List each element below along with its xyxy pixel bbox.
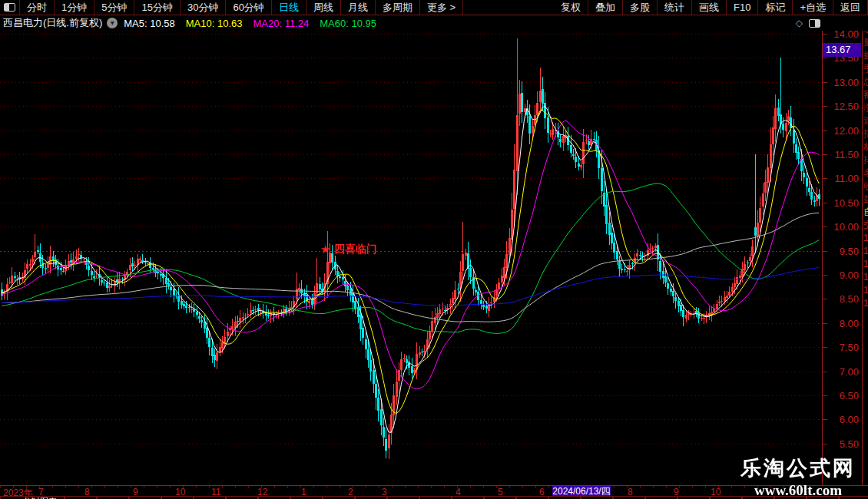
period-toolbar: 分时1分钟5分钟15分钟30分钟60分钟日线周线月线多周期更多 > 复权叠加多股… (0, 0, 868, 15)
bottom-cell (194, 496, 226, 499)
right-sidebar-strip[interactable]: 现量换手总额涨速指标排名收益自交111111 (863, 23, 868, 484)
bottom-cell (613, 496, 645, 499)
diamond-icon[interactable]: ◇ (796, 18, 803, 28)
period-tab-5[interactable]: 30分钟 (181, 0, 226, 15)
sidebar-partial-char: 量 (863, 36, 868, 49)
annotation-label: 四喜临门 (334, 243, 377, 255)
bottom-cell (226, 496, 258, 499)
price-axis-tick (823, 131, 827, 131)
ma-legend-item-2: MA10: 10.63 (186, 18, 243, 29)
sidebar-partial-char: 1 (863, 232, 868, 245)
bottom-partial-label: 分时图表 (23, 496, 57, 499)
watermark-url: www.60lt.com (740, 482, 856, 499)
tool-buttons: 复权叠加多股统计画线F10标记+自选返回 (554, 0, 868, 15)
chevron-down-icon[interactable]: ▾ (107, 18, 118, 28)
sidebar-partial-char: 排 (863, 154, 868, 167)
ma-legend-item-3: MA20: 11.24 (253, 18, 310, 29)
tool-button-6[interactable]: F10 (727, 0, 758, 15)
price-axis: 14.0013.5013.0012.5012.0011.5011.0010.50… (822, 21, 863, 496)
selected-date-tag: 2024/06/13/四 (552, 486, 611, 497)
sidebar-partial-char: 1 (863, 258, 868, 271)
price-axis-tick (823, 154, 827, 155)
bottom-cell (678, 496, 710, 499)
price-axis-label: 5.50 (823, 438, 859, 450)
price-axis-tick (823, 395, 827, 396)
price-axis-label: 6.00 (823, 414, 859, 425)
price-axis-label: 9.50 (823, 246, 859, 257)
period-tab-4[interactable]: 15分钟 (134, 0, 180, 15)
period-tab-1[interactable]: 分时 (20, 0, 55, 15)
price-axis-label: 7.00 (823, 366, 859, 378)
period-tab-2[interactable]: 1分钟 (55, 0, 94, 15)
tool-button-4[interactable]: 统计 (658, 0, 692, 15)
period-tab-3[interactable]: 5分钟 (94, 0, 134, 15)
price-axis-label: 12.00 (823, 125, 859, 137)
bottom-cell (258, 496, 290, 499)
tool-button-2[interactable]: 叠加 (588, 0, 623, 15)
panel-toggle-icon[interactable] (809, 19, 820, 28)
period-tab-7[interactable]: 日线 (272, 0, 306, 15)
bottom-cell (65, 496, 97, 499)
bottom-cell (710, 496, 742, 499)
header-icons: ◇ (796, 18, 820, 28)
sidebar-partial-char: 1 (863, 284, 868, 297)
bottom-cell (516, 496, 548, 499)
time-axis: 2023年 2024/06/13/四 7891011121234568910 (0, 485, 868, 496)
tool-button-9[interactable]: 返回 (833, 0, 868, 15)
period-tab-11[interactable]: 更多 > (420, 0, 463, 15)
bottom-cell (129, 496, 161, 499)
period-tab-8[interactable]: 周线 (306, 0, 341, 15)
price-axis-label: 10.50 (823, 197, 859, 209)
sidebar-partial-char: 换 (863, 49, 868, 62)
bottom-cell (290, 496, 323, 499)
price-axis-tick (823, 82, 827, 83)
tool-button-3[interactable]: 多股 (623, 0, 658, 15)
bottom-cell (419, 496, 452, 499)
price-axis-tick (823, 203, 827, 203)
sidebar-partial-char: 1 (863, 271, 868, 284)
price-axis-tick (823, 372, 827, 372)
sidebar-partial-char: 手 (863, 62, 868, 75)
tool-button-7[interactable]: 标记 (758, 0, 793, 15)
price-axis-tick (823, 251, 827, 252)
sidebar-partial-char: 速 (863, 114, 868, 127)
sidebar-partial-char: 总 (863, 75, 868, 88)
tool-button-1[interactable]: 复权 (554, 0, 588, 15)
bottom-cell (548, 496, 581, 499)
tool-button-8[interactable]: +自选 (793, 0, 833, 15)
sidebar-partial-char: 标 (863, 140, 868, 154)
sidebar-partial-char: 额 (863, 88, 868, 101)
candlestick-chart[interactable] (0, 0, 822, 499)
price-axis-tick (823, 299, 827, 299)
star-icon: ★ (320, 243, 330, 256)
price-axis-tick (823, 444, 827, 444)
price-axis-tick (823, 58, 827, 58)
tool-button-5[interactable]: 画线 (692, 0, 727, 15)
period-tab-9[interactable]: 月线 (341, 0, 376, 15)
bottom-cell (645, 496, 678, 499)
price-axis-tick (823, 275, 827, 276)
bottom-strip: 分时图表 (0, 496, 868, 499)
sidebar-partial-char: 1 (863, 297, 868, 310)
price-axis-label: 11.00 (823, 173, 859, 184)
bottom-cell (323, 496, 355, 499)
layout-toggle[interactable] (0, 0, 20, 15)
price-axis-label: 9.00 (823, 269, 859, 281)
price-axis-tick (823, 178, 827, 179)
period-tab-6[interactable]: 60分钟 (226, 0, 271, 15)
bottom-cells (0, 496, 868, 499)
trading-app-window: 分时1分钟5分钟15分钟30分钟60分钟日线周线月线多周期更多 > 复权叠加多股… (0, 0, 868, 499)
price-axis-label: 12.50 (823, 101, 859, 112)
period-tab-10[interactable]: 多周期 (376, 0, 420, 15)
watermark-title: 乐淘公式网 (740, 454, 856, 482)
sidebar-partial-char: 1 (863, 245, 868, 258)
price-axis-label: 10.00 (823, 221, 859, 233)
price-axis-tick (823, 106, 827, 107)
price-axis-tick (823, 419, 827, 420)
stock-title: 西昌电力(日线.前复权) (3, 16, 102, 30)
bottom-cell (355, 496, 387, 499)
price-axis-tick (823, 347, 827, 348)
bottom-cell (581, 496, 613, 499)
price-axis-tick (823, 34, 827, 35)
sidebar-partial-char: 名 (863, 167, 868, 180)
